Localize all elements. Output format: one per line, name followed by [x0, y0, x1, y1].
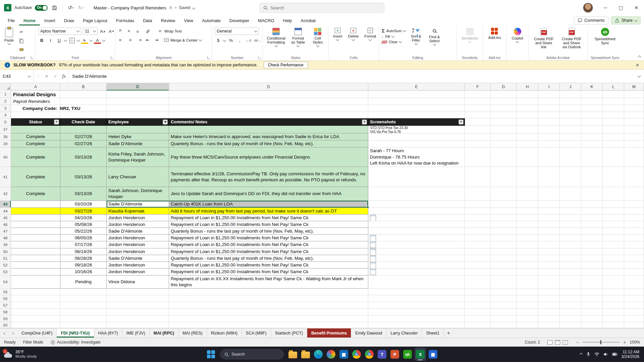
- cell-D49[interactable]: Repayment of Loan in $1,250.00 Installme…: [169, 241, 368, 248]
- increase-font-icon[interactable]: A▲: [99, 28, 106, 35]
- cell-K52[interactable]: [581, 262, 603, 268]
- cell-K4[interactable]: [581, 112, 603, 118]
- cell-E40[interactable]: Sarah - 77 HoursDominique - 78.75 HoursL…: [368, 147, 465, 167]
- autosave-toggle[interactable]: On: [35, 5, 48, 11]
- cell-E50[interactable]: [368, 248, 465, 255]
- ribbon-tab-review[interactable]: Review: [157, 15, 180, 25]
- cell-H41[interactable]: [517, 167, 538, 187]
- clear-button[interactable]: Clear: [382, 40, 406, 44]
- align-top-icon[interactable]: ≡: [118, 27, 125, 35]
- cell-F4[interactable]: [465, 112, 491, 118]
- cell-G46[interactable]: [491, 221, 517, 228]
- cell-F50[interactable]: [465, 248, 491, 255]
- fill-color-icon[interactable]: [81, 37, 88, 44]
- microphone-icon[interactable]: [586, 352, 590, 357]
- cell-L53[interactable]: [603, 268, 624, 276]
- format-as-table-button[interactable]: Format as Table: [289, 27, 307, 47]
- cell-M41[interactable]: [624, 167, 644, 187]
- cell-M2[interactable]: [624, 98, 644, 105]
- cell-L43[interactable]: [603, 201, 624, 208]
- cell-E55[interactable]: [368, 289, 465, 295]
- cell-K45[interactable]: [581, 215, 603, 221]
- cell-M55[interactable]: [624, 289, 644, 295]
- cell-H2[interactable]: [517, 98, 538, 105]
- row-header-53[interactable]: 53: [0, 268, 11, 276]
- insert-cells-button[interactable]: + Insert: [331, 27, 344, 41]
- cell-I45[interactable]: [538, 215, 560, 221]
- cell-A43[interactable]: [11, 201, 60, 208]
- row-header-49[interactable]: 49: [0, 241, 11, 248]
- row-header-46[interactable]: 46: [0, 221, 11, 228]
- cell-C58[interactable]: [107, 309, 169, 315]
- cell-A55[interactable]: [11, 289, 60, 295]
- sheet-tab-rizikon-m9h-[interactable]: Rizikon (M9H): [207, 328, 242, 338]
- cell-H5[interactable]: [517, 118, 538, 126]
- column-header-F[interactable]: F: [465, 83, 491, 90]
- create-pdf-share-link-button[interactable]: PDF Create PDF and Share link: [531, 27, 556, 49]
- row-header-58[interactable]: 58: [0, 309, 11, 315]
- save-icon[interactable]: [51, 4, 58, 11]
- font-color-options-icon[interactable]: [102, 38, 106, 42]
- cell-L5[interactable]: [603, 118, 624, 126]
- clipboard-dialog-launcher[interactable]: [31, 56, 34, 59]
- undo-button[interactable]: ↺▾: [67, 4, 74, 11]
- cell-F54[interactable]: [465, 276, 491, 289]
- cell-M58[interactable]: [624, 309, 644, 315]
- cell-E54[interactable]: [368, 276, 465, 289]
- cell-I54[interactable]: [538, 276, 560, 289]
- cell-C42[interactable]: Sarah Johnson, Dominique Hooper: [107, 187, 169, 201]
- column-header-D[interactable]: D: [169, 83, 368, 90]
- cell-E57[interactable]: [368, 302, 465, 309]
- maximize-button[interactable]: ▢: [613, 0, 629, 15]
- cell-J54[interactable]: [560, 276, 581, 289]
- chrome-profile-2-icon[interactable]: [364, 348, 375, 361]
- page-layout-view-icon[interactable]: [555, 340, 560, 345]
- cell-J51[interactable]: [560, 255, 581, 262]
- cell-E59[interactable]: [368, 315, 465, 322]
- cell-E39[interactable]: [368, 140, 465, 147]
- expand-formula-bar-icon[interactable]: [637, 74, 641, 77]
- cell-K55[interactable]: [581, 289, 603, 295]
- column-header-G[interactable]: G: [491, 83, 517, 90]
- excel-icon[interactable]: X: [415, 348, 426, 361]
- decrease-indent-icon[interactable]: ⇤: [144, 37, 151, 44]
- cell-C49[interactable]: Jordon Henderson: [107, 241, 169, 248]
- cell-M4[interactable]: [624, 112, 644, 118]
- sheet-tab-fdi-nr2-txu-[interactable]: FDI (NR2-TXU): [57, 328, 94, 338]
- cell-I52[interactable]: [538, 262, 560, 268]
- screenshot-thumbnail[interactable]: [370, 235, 376, 241]
- cell-L41[interactable]: [603, 167, 624, 187]
- cell-H4[interactable]: [517, 112, 538, 118]
- cell-G3[interactable]: [491, 105, 517, 112]
- cell-F1[interactable]: [465, 90, 491, 98]
- cell-C59[interactable]: [107, 315, 169, 322]
- align-middle-icon[interactable]: ≡: [127, 27, 134, 35]
- cell-M60[interactable]: [624, 322, 644, 328]
- cell-H40[interactable]: [517, 147, 538, 167]
- row-header-48[interactable]: 48: [0, 235, 11, 241]
- new-sheet-button[interactable]: +: [444, 328, 453, 338]
- column-header-L[interactable]: L: [603, 83, 624, 90]
- sheet-tab-sca-m9f-[interactable]: SCA (M9F): [242, 328, 271, 338]
- cell-G43[interactable]: [491, 201, 517, 208]
- ribbon-tab-help[interactable]: Help: [279, 15, 297, 25]
- font-color-icon[interactable]: A: [94, 37, 101, 44]
- cell-H53[interactable]: [517, 268, 538, 276]
- cell-F38[interactable]: [465, 133, 491, 140]
- increase-decimal-icon[interactable]: ←.0: [245, 37, 252, 44]
- cell-H49[interactable]: [517, 241, 538, 248]
- cell-H46[interactable]: [517, 221, 538, 228]
- close-button[interactable]: ✕: [629, 0, 644, 15]
- cell-M47[interactable]: [624, 228, 644, 235]
- conditional-formatting-button[interactable]: Conditional Formatting: [266, 27, 286, 47]
- cell-D60[interactable]: [169, 322, 368, 328]
- cell-B3[interactable]: [60, 105, 107, 112]
- cell-H52[interactable]: [517, 262, 538, 268]
- cancel-entry-icon[interactable]: ✕: [42, 70, 51, 83]
- format-painter-icon[interactable]: [18, 46, 25, 53]
- cell-B52[interactable]: 09/18/26: [60, 262, 107, 268]
- cell-A45[interactable]: [11, 215, 60, 221]
- cell-E5[interactable]: Screenshots▼: [368, 118, 465, 126]
- cell-D1[interactable]: [169, 90, 368, 98]
- cell-M49[interactable]: [624, 241, 644, 248]
